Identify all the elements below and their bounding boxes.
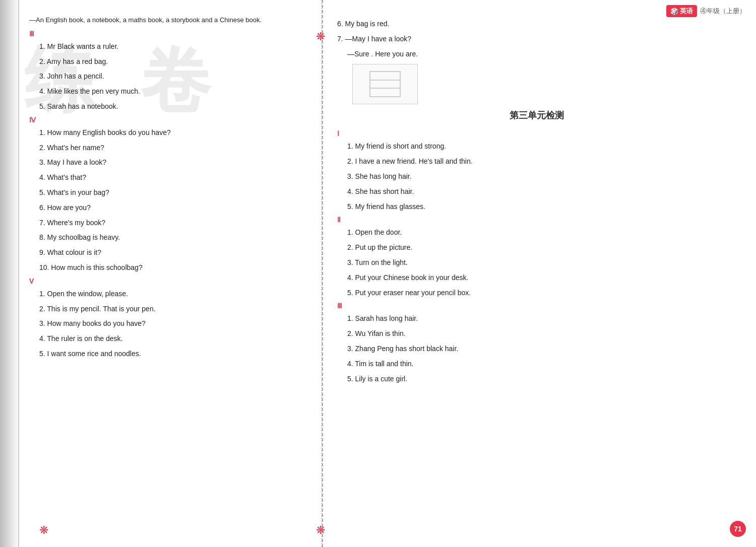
- right-extra-item-7: 7. —May I have a look?: [337, 33, 736, 45]
- section-v-block: V 1. Open the window, please. 2. This is…: [29, 277, 306, 360]
- right-ii-item-3: 3. Turn on the light.: [337, 257, 736, 269]
- section-iv-item-10: 10. How much is this schoolbag?: [29, 262, 306, 274]
- right-ii-item-5: 5. Put your eraser near your pencil box.: [337, 287, 736, 299]
- intro-text: —An English book, a notebook, a maths bo…: [29, 16, 262, 24]
- section-iv-roman: Ⅳ: [29, 116, 36, 124]
- right-i-item-5: 5. My friend has glasses.: [337, 201, 736, 213]
- content-area: 🎲 英语 ④年级（上册） 练 卷 —An English book, a not…: [19, 0, 756, 547]
- right-iii-item-4: 4. Tim is tall and thin.: [337, 358, 736, 370]
- section-iii-item-3: 3. John has a pencil.: [29, 71, 306, 83]
- section-v-item-2: 2. This is my pencil. That is your pen.: [29, 303, 306, 315]
- box-svg: [362, 69, 408, 99]
- section-iii-title: Ⅲ: [29, 30, 306, 38]
- right-i-item-2: 2. I have a new friend. He's tall and th…: [337, 156, 736, 168]
- right-i-item-1: 1. My friend is short and strong.: [337, 141, 736, 153]
- right-iii-item-3: 3. Zhang Peng has short black hair.: [337, 343, 736, 355]
- section-v-title: V: [29, 277, 306, 285]
- section-title-cn: 第三单元检测: [337, 109, 736, 121]
- right-extra-top: 6. My bag is red. 7. —May I have a look?…: [337, 18, 736, 60]
- svg-rect-0: [370, 72, 400, 97]
- section-iii-item-5: 5. Sarah has a notebook.: [29, 101, 306, 113]
- section-v-item-1: 1. Open the window, please.: [29, 288, 306, 300]
- right-extra-item-6: 6. My bag is red.: [337, 18, 736, 30]
- section-v-item-5: 5. I want some rice and noodles.: [29, 348, 306, 360]
- right-iii-item-1: 1. Sarah has long hair.: [337, 313, 736, 325]
- right-section-i-block: Ⅰ 1. My friend is short and strong. 2. I…: [337, 129, 736, 213]
- bottom-arrow-left-icon: ❋: [39, 524, 48, 537]
- section-iv-item-9: 9. What colour is it?: [29, 247, 306, 259]
- right-section-ii-roman: Ⅱ: [337, 216, 341, 224]
- section-iv-item-6: 6. How are you?: [29, 202, 306, 214]
- right-section-ii-title: Ⅱ: [337, 216, 736, 224]
- section-v-roman: V: [29, 277, 34, 285]
- right-section-iii-roman: Ⅲ: [337, 302, 342, 310]
- section-iii-item-4: 4. Mike likes the pen very much.: [29, 86, 306, 98]
- right-iii-item-5: 5. Lily is a cute girl.: [337, 373, 736, 385]
- box-image: [352, 64, 418, 104]
- section-v-item-3: 3. How many books do you have?: [29, 318, 306, 330]
- spine: [0, 0, 19, 547]
- section-iii-item-2: 2. Amy has a red bag.: [29, 56, 306, 68]
- section-iv-item-1: 1. How many English books do you have?: [29, 127, 306, 139]
- section-iv-item-5: 5. What's in your bag?: [29, 187, 306, 199]
- section-iii-roman: Ⅲ: [29, 30, 34, 38]
- right-extra-item-7b: —Sure . Here you are.: [337, 48, 736, 60]
- page: 🎲 英语 ④年级（上册） 练 卷 —An English book, a not…: [0, 0, 756, 547]
- section-iii-block: Ⅲ 1. Mr Black wants a ruler. 2. Amy has …: [29, 30, 306, 113]
- section-iii-item-1: 1. Mr Black wants a ruler.: [29, 41, 306, 53]
- page-number: 71: [730, 521, 746, 537]
- right-section-i-roman: Ⅰ: [337, 129, 339, 138]
- section-iv-item-7: 7. Where's my book?: [29, 217, 306, 229]
- section-iv-item-2: 2. What's her name?: [29, 142, 306, 154]
- right-ii-item-4: 4. Put your Chinese book in your desk.: [337, 272, 736, 284]
- section-v-item-4: 4. The ruler is on the desk.: [29, 333, 306, 345]
- right-section-iii-title: Ⅲ: [337, 302, 736, 310]
- right-column: ❋ 6. My bag is red. 7. —May I have a loo…: [322, 0, 756, 547]
- right-ii-item-2: 2. Put up the picture.: [337, 242, 736, 254]
- section-iv-block: Ⅳ 1. How many English books do you have?…: [29, 116, 306, 274]
- section-iv-item-3: 3. May I have a look?: [29, 157, 306, 169]
- right-i-item-3: 3. She has long hair.: [337, 171, 736, 183]
- section-iv-item-4: 4. What's that?: [29, 172, 306, 184]
- intro-line: —An English book, a notebook, a maths bo…: [29, 15, 306, 26]
- right-ii-item-1: 1. Open the door.: [337, 227, 736, 239]
- left-column: 练 卷 —An English book, a notebook, a math…: [19, 0, 322, 547]
- dashed-divider: [322, 0, 323, 547]
- right-section-iii-block: Ⅲ 1. Sarah has long hair. 2. Wu Yifan is…: [337, 302, 736, 385]
- bottom-arrow-right-icon: ❋: [316, 524, 325, 537]
- section-iv-item-8: 8. My schoolbag is heavy.: [29, 232, 306, 244]
- top-arrow-right-icon: ❋: [316, 30, 325, 43]
- right-section-i-title: Ⅰ: [337, 129, 736, 138]
- right-i-item-4: 4. She has short hair.: [337, 186, 736, 198]
- right-iii-item-2: 2. Wu Yifan is thin.: [337, 328, 736, 340]
- right-section-ii-block: Ⅱ 1. Open the door. 2. Put up the pictur…: [337, 216, 736, 299]
- section-iv-title: Ⅳ: [29, 116, 306, 124]
